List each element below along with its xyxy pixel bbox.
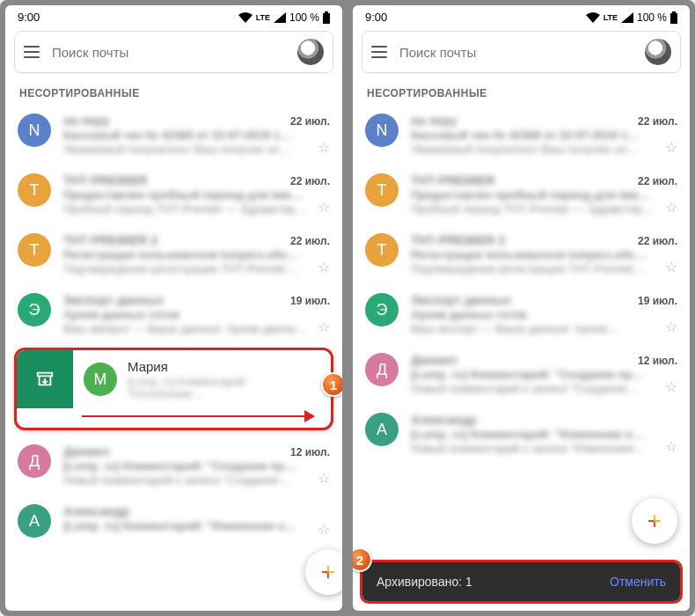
avatar: А <box>18 504 51 538</box>
snackbar-undo[interactable]: Отменить <box>610 575 666 589</box>
swipe-callout: М Мария [Lump_ru] Комментарий: "Отключен… <box>14 348 333 430</box>
avatar: Д <box>18 444 51 478</box>
email-date: 22 июл. <box>638 175 677 187</box>
star-icon[interactable]: ☆ <box>665 259 677 275</box>
battery-pct: 100 % <box>289 11 319 24</box>
section-header: НЕСОРТИРОВАННЫЕ <box>353 78 690 105</box>
email-row[interactable]: Nна перу22 июл.Кассовый чек № 42368 от 2… <box>353 105 690 165</box>
svg-rect-2 <box>38 373 53 377</box>
star-icon[interactable]: ☆ <box>318 319 330 335</box>
section-header: НЕСОРТИРОВАННЫЕ <box>5 78 342 105</box>
avatar: T <box>18 233 51 267</box>
svg-rect-3 <box>670 13 677 24</box>
email-snippet: Новый комментарий к записи "Изменение… <box>411 442 677 455</box>
account-avatar[interactable] <box>645 39 671 65</box>
archive-icon <box>35 370 55 389</box>
star-icon[interactable]: ☆ <box>318 470 330 487</box>
email-row[interactable]: Nна перу22 июл.Кассовый чек № 42368 от 2… <box>5 105 342 165</box>
star-icon[interactable]: ☆ <box>318 521 330 538</box>
email-sender: Даниил <box>411 353 457 367</box>
star-icon[interactable]: ☆ <box>665 378 677 395</box>
email-snippet: Подтверждение регистрации ТНТ-Premier… <box>63 262 330 275</box>
email-row[interactable]: ЭЭкспорт данных19 июл.Архив данных готов… <box>5 284 342 344</box>
email-sender: Экспорт данных <box>411 293 511 307</box>
svg-rect-1 <box>325 11 328 13</box>
avatar: Д <box>365 353 399 386</box>
star-icon[interactable]: ☆ <box>665 139 677 156</box>
email-subject: Кассовый чек № 42368 от 22-07-2019 1… <box>63 128 330 142</box>
email-date: 22 июл. <box>638 115 677 128</box>
email-row[interactable]: TТНТ-PREMIER22 июл.Предоставлен пробный … <box>353 165 690 224</box>
email-snippet: [Lump_ru] Комментарий: "Отключение… <box>128 376 320 400</box>
plus-icon: + <box>321 560 335 584</box>
email-list[interactable]: Nна перу22 июл.Кассовый чек № 42368 от 2… <box>5 105 342 344</box>
star-icon[interactable]: ☆ <box>665 199 677 216</box>
search-bar[interactable]: Поиск почты <box>14 31 333 73</box>
email-sender: Александр <box>411 413 477 427</box>
email-list[interactable]: ДДаниил12 июл.[Lump_ru] Комментарий: "Со… <box>5 436 342 546</box>
email-row-swiped[interactable]: М Мария [Lump_ru] Комментарий: "Отключен… <box>73 350 331 408</box>
email-row[interactable]: TТНТ-PREMIER22 июл.Предоставлен пробный … <box>5 165 342 224</box>
account-avatar[interactable] <box>297 39 324 65</box>
email-subject: Архив данных готов <box>63 308 330 321</box>
menu-icon[interactable] <box>24 46 40 58</box>
email-snippet: Новый комментарий к записи "Создание… <box>411 382 677 395</box>
signal-icon <box>274 12 286 23</box>
email-row[interactable]: ЭЭкспорт данных19 июл.Архив данных готов… <box>353 284 690 344</box>
compose-fab[interactable]: + <box>305 549 342 595</box>
email-sender: на перу <box>411 114 457 128</box>
step-badge-1: 1 <box>321 372 342 397</box>
email-subject: Предоставлен пробный период для late… <box>63 188 330 202</box>
email-snippet: Пробный период ТНТ-Premier — Здравству… <box>63 202 330 216</box>
email-snippet: Ваш аккаунт — Ваши данные: Архив данных… <box>63 322 330 335</box>
email-row[interactable]: ААлександр[Lump_ru] Комментарий: "Измене… <box>5 495 342 546</box>
menu-icon[interactable] <box>371 46 387 58</box>
email-subject: [Lump_ru] Комментарий: "Изменение о… <box>63 519 330 532</box>
email-sender: ТНТ-PREMIER <box>411 173 495 187</box>
email-list[interactable]: Nна перу22 июл.Кассовый чек № 42368 от 2… <box>353 105 690 464</box>
search-bar[interactable]: Поиск почты <box>362 31 681 73</box>
email-row[interactable]: ДДаниил12 июл.[Lump_ru] Комментарий: "Со… <box>353 344 690 404</box>
email-sender: ТНТ-PREMIER 2 <box>63 233 157 247</box>
star-icon[interactable]: ☆ <box>665 438 677 455</box>
star-icon[interactable]: ☆ <box>318 139 330 156</box>
svg-rect-4 <box>672 11 676 13</box>
search-placeholder: Поиск почты <box>399 45 633 60</box>
star-icon[interactable]: ☆ <box>318 199 330 216</box>
avatar: T <box>365 173 399 207</box>
email-sender: Даниил <box>63 444 109 458</box>
email-snippet: Новый комментарий к записи "Создание… <box>63 473 330 487</box>
email-subject: [Lump_ru] Комментарий: "Создание пр… <box>411 368 677 381</box>
email-date: 22 июл. <box>290 115 330 128</box>
swipe-arrow <box>17 408 331 428</box>
phone-left: 9:00 LTE 100 % Поиск почты НЕСОРТИРОВАНН… <box>5 5 342 611</box>
avatar: T <box>18 173 51 207</box>
email-snippet: Подтверждение регистрации ТНТ-Premier… <box>411 262 677 275</box>
archive-reveal <box>17 350 73 408</box>
email-subject: Кассовый чек № 42368 от 22-07-2019 1… <box>411 128 677 142</box>
email-date: 22 июл. <box>638 235 677 247</box>
email-date: 12 июл. <box>638 355 677 367</box>
compose-fab[interactable]: + <box>632 498 677 544</box>
email-row[interactable]: TТНТ-PREMIER 222 июл.Регистрация пользов… <box>353 224 690 284</box>
avatar: T <box>365 233 399 267</box>
avatar: М <box>84 363 117 396</box>
email-subject: [Lump_ru] Комментарий: "Создание пр… <box>63 459 330 473</box>
snackbar-text: Архивировано: 1 <box>377 575 472 589</box>
email-snippet: Уважаемый покупатель! Ваш получен эл… <box>411 143 677 156</box>
email-subject: Предоставлен пробный период для late… <box>411 188 677 202</box>
email-date: 19 июл. <box>290 295 330 307</box>
email-sender: ТНТ-PREMIER <box>63 173 148 187</box>
email-row[interactable]: ДДаниил12 июл.[Lump_ru] Комментарий: "Со… <box>5 436 342 495</box>
avatar: Э <box>365 293 399 326</box>
avatar: Э <box>18 293 51 326</box>
email-date: 22 июл. <box>290 235 330 247</box>
star-icon[interactable]: ☆ <box>665 319 677 335</box>
email-subject: [Lump_ru] Комментарий: "Изменение о… <box>411 428 677 441</box>
battery-pct: 100 % <box>637 11 667 24</box>
status-time: 9:00 <box>18 11 40 24</box>
email-row[interactable]: TТНТ-PREMIER 222 июл.Регистрация пользов… <box>5 224 342 284</box>
snackbar-callout: Архивировано: 1 Отменить <box>360 560 683 604</box>
email-row[interactable]: ААлександр[Lump_ru] Комментарий: "Измене… <box>353 404 690 464</box>
star-icon[interactable]: ☆ <box>318 259 330 275</box>
